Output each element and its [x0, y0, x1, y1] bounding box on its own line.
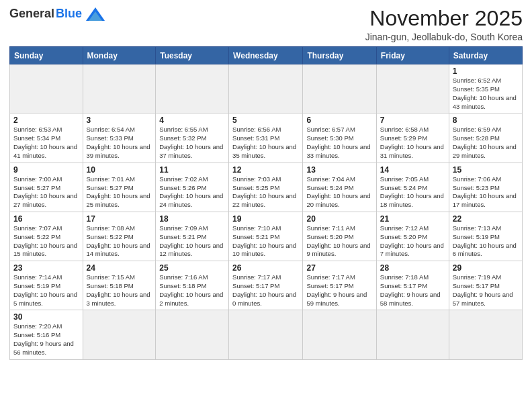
day-info: Sunrise: 7:04 AM Sunset: 5:24 PM Dayligh…	[306, 175, 372, 210]
day-info: Sunrise: 6:56 AM Sunset: 5:31 PM Dayligh…	[232, 126, 299, 160]
table-row	[10, 64, 83, 113]
day-info: Sunrise: 7:17 AM Sunset: 5:17 PM Dayligh…	[306, 273, 372, 308]
table-row: 11Sunrise: 7:02 AM Sunset: 5:26 PM Dayli…	[156, 163, 229, 212]
day-info: Sunrise: 7:07 AM Sunset: 5:22 PM Dayligh…	[13, 224, 79, 259]
location-subtitle: Jinan-gun, Jeollabuk-do, South Korea	[365, 32, 523, 42]
date-number: 3	[87, 116, 152, 125]
day-info: Sunrise: 7:10 AM Sunset: 5:21 PM Dayligh…	[232, 224, 299, 259]
calendar-header-row: Sunday Monday Tuesday Wednesday Thursday…	[10, 47, 523, 64]
logo: General Blue	[9, 7, 105, 21]
date-number: 17	[87, 214, 152, 224]
table-row	[376, 310, 449, 359]
month-title: November 2025	[365, 7, 523, 30]
day-info: Sunrise: 7:19 AM Sunset: 5:17 PM Dayligh…	[453, 273, 519, 308]
page: General Blue November 2025 Jinan-gun, Je…	[0, 0, 532, 411]
day-info: Sunrise: 7:20 AM Sunset: 5:16 PM Dayligh…	[13, 322, 79, 357]
col-friday: Friday	[376, 47, 449, 64]
day-info: Sunrise: 7:14 AM Sunset: 5:19 PM Dayligh…	[13, 273, 79, 308]
day-info: Sunrise: 7:11 AM Sunset: 5:20 PM Dayligh…	[306, 224, 372, 259]
day-info: Sunrise: 7:05 AM Sunset: 5:24 PM Dayligh…	[380, 175, 445, 210]
date-number: 18	[159, 214, 225, 224]
date-number: 13	[306, 165, 372, 175]
date-number: 10	[87, 165, 152, 175]
date-number: 26	[232, 263, 299, 273]
table-row: 6Sunrise: 6:57 AM Sunset: 5:30 PM Daylig…	[303, 113, 376, 163]
table-row: 9Sunrise: 7:00 AM Sunset: 5:27 PM Daylig…	[10, 163, 83, 212]
date-number: 28	[380, 263, 445, 273]
day-info: Sunrise: 7:17 AM Sunset: 5:17 PM Dayligh…	[232, 273, 299, 308]
table-row: 8Sunrise: 6:59 AM Sunset: 5:28 PM Daylig…	[449, 113, 522, 163]
table-row: 7Sunrise: 6:58 AM Sunset: 5:29 PM Daylig…	[376, 113, 449, 163]
table-row: 12Sunrise: 7:03 AM Sunset: 5:25 PM Dayli…	[229, 163, 303, 212]
date-number: 23	[13, 263, 79, 273]
date-number: 24	[87, 263, 152, 273]
day-info: Sunrise: 6:53 AM Sunset: 5:34 PM Dayligh…	[13, 126, 79, 160]
table-row: 26Sunrise: 7:17 AM Sunset: 5:17 PM Dayli…	[229, 261, 303, 310]
day-info: Sunrise: 7:13 AM Sunset: 5:19 PM Dayligh…	[453, 224, 519, 259]
table-row: 13Sunrise: 7:04 AM Sunset: 5:24 PM Dayli…	[303, 163, 376, 212]
date-number: 19	[232, 214, 299, 224]
day-info: Sunrise: 7:01 AM Sunset: 5:27 PM Dayligh…	[87, 175, 152, 210]
date-number: 1	[453, 66, 519, 76]
day-info: Sunrise: 6:52 AM Sunset: 5:35 PM Dayligh…	[453, 77, 519, 111]
table-row: 4Sunrise: 6:55 AM Sunset: 5:32 PM Daylig…	[156, 113, 229, 163]
col-thursday: Thursday	[303, 47, 376, 64]
calendar-week-row: 9Sunrise: 7:00 AM Sunset: 5:27 PM Daylig…	[10, 163, 523, 212]
table-row	[156, 310, 229, 359]
date-number: 30	[13, 312, 79, 322]
table-row	[303, 310, 376, 359]
table-row: 18Sunrise: 7:09 AM Sunset: 5:21 PM Dayli…	[156, 212, 229, 261]
table-row: 21Sunrise: 7:12 AM Sunset: 5:20 PM Dayli…	[376, 212, 449, 261]
date-number: 20	[306, 214, 372, 224]
date-number: 16	[13, 214, 79, 224]
day-info: Sunrise: 6:58 AM Sunset: 5:29 PM Dayligh…	[380, 126, 445, 160]
table-row: 17Sunrise: 7:08 AM Sunset: 5:22 PM Dayli…	[83, 212, 156, 261]
day-info: Sunrise: 7:00 AM Sunset: 5:27 PM Dayligh…	[13, 175, 79, 210]
table-row: 5Sunrise: 6:56 AM Sunset: 5:31 PM Daylig…	[229, 113, 303, 163]
table-row: 1Sunrise: 6:52 AM Sunset: 5:35 PM Daylig…	[449, 64, 522, 113]
day-info: Sunrise: 7:18 AM Sunset: 5:17 PM Dayligh…	[380, 273, 445, 308]
table-row: 23Sunrise: 7:14 AM Sunset: 5:19 PM Dayli…	[10, 261, 83, 310]
table-row: 27Sunrise: 7:17 AM Sunset: 5:17 PM Dayli…	[303, 261, 376, 310]
col-saturday: Saturday	[449, 47, 522, 64]
date-number: 29	[453, 263, 519, 273]
date-number: 27	[306, 263, 372, 273]
table-row	[229, 310, 303, 359]
col-tuesday: Tuesday	[156, 47, 229, 64]
date-number: 5	[232, 116, 299, 125]
table-row: 10Sunrise: 7:01 AM Sunset: 5:27 PM Dayli…	[83, 163, 156, 212]
table-row	[303, 64, 376, 113]
table-row: 30Sunrise: 7:20 AM Sunset: 5:16 PM Dayli…	[10, 310, 83, 359]
table-row: 16Sunrise: 7:07 AM Sunset: 5:22 PM Dayli…	[10, 212, 83, 261]
day-info: Sunrise: 7:12 AM Sunset: 5:20 PM Dayligh…	[380, 224, 445, 259]
table-row	[229, 64, 303, 113]
calendar-week-row: 1Sunrise: 6:52 AM Sunset: 5:35 PM Daylig…	[10, 64, 523, 113]
table-row	[449, 310, 522, 359]
date-number: 25	[159, 263, 225, 273]
table-row	[376, 64, 449, 113]
table-row: 14Sunrise: 7:05 AM Sunset: 5:24 PM Dayli…	[376, 163, 449, 212]
table-row	[83, 310, 156, 359]
table-row: 15Sunrise: 7:06 AM Sunset: 5:23 PM Dayli…	[449, 163, 522, 212]
date-number: 12	[232, 165, 299, 175]
day-info: Sunrise: 7:02 AM Sunset: 5:26 PM Dayligh…	[159, 175, 225, 210]
date-number: 9	[13, 165, 79, 175]
day-info: Sunrise: 7:03 AM Sunset: 5:25 PM Dayligh…	[232, 175, 299, 210]
title-area: November 2025 Jinan-gun, Jeollabuk-do, S…	[365, 7, 523, 42]
table-row: 25Sunrise: 7:16 AM Sunset: 5:18 PM Dayli…	[156, 261, 229, 310]
date-number: 11	[159, 165, 225, 175]
calendar-week-row: 23Sunrise: 7:14 AM Sunset: 5:19 PM Dayli…	[10, 261, 523, 310]
table-row	[156, 64, 229, 113]
date-number: 8	[453, 116, 519, 125]
table-row	[83, 64, 156, 113]
calendar-week-row: 2Sunrise: 6:53 AM Sunset: 5:34 PM Daylig…	[10, 113, 523, 163]
table-row: 24Sunrise: 7:15 AM Sunset: 5:18 PM Dayli…	[83, 261, 156, 310]
calendar-table: Sunday Monday Tuesday Wednesday Thursday…	[9, 46, 523, 360]
calendar-week-row: 30Sunrise: 7:20 AM Sunset: 5:16 PM Dayli…	[10, 310, 523, 359]
table-row: 20Sunrise: 7:11 AM Sunset: 5:20 PM Dayli…	[303, 212, 376, 261]
date-number: 14	[380, 165, 445, 175]
table-row: 22Sunrise: 7:13 AM Sunset: 5:19 PM Dayli…	[449, 212, 522, 261]
table-row: 19Sunrise: 7:10 AM Sunset: 5:21 PM Dayli…	[229, 212, 303, 261]
day-info: Sunrise: 6:57 AM Sunset: 5:30 PM Dayligh…	[306, 126, 372, 160]
date-number: 21	[380, 214, 445, 224]
